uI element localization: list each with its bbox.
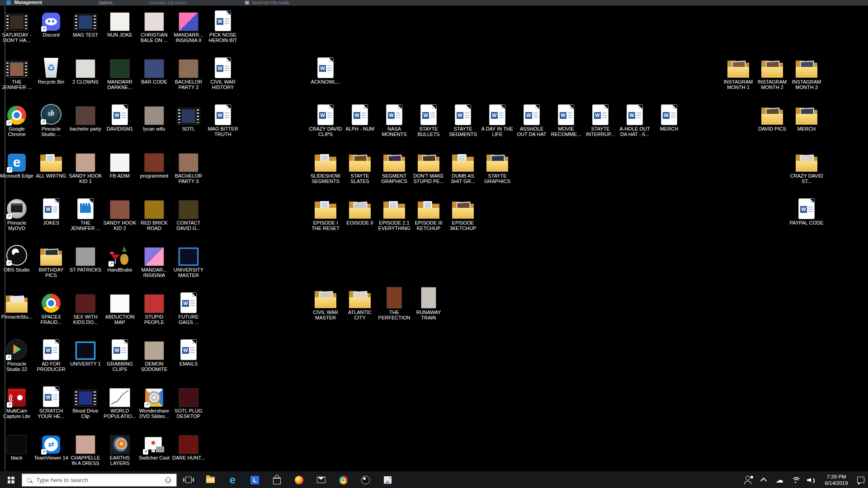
desktop-icon-saturday-don-t-ha[interactable]: SATURDAY - DON'T HA... [0, 6, 34, 43]
desktop-icon-asshole-out-da-hat[interactable]: WASSHOLE OUT DA HAT [514, 100, 549, 137]
taskbar-obs-button[interactable] [354, 471, 377, 488]
desktop-icon-teamviewer-14[interactable]: ⇄↗TeamViewer 14 [34, 429, 68, 460]
desktop-icon-ad-for-producer[interactable]: WAD FOR PRODUCER [34, 335, 68, 372]
desktop-icon-acknowl[interactable]: WACKNOWL... [308, 53, 343, 84]
taskbar-firefox-button[interactable] [288, 471, 310, 488]
taskbar-mail-button[interactable] [310, 471, 332, 488]
desktop-icon-nun-joke[interactable]: NUN JOKE [103, 6, 137, 38]
microphone-icon[interactable] [166, 477, 170, 482]
taskbar-l-app-button[interactable]: L [244, 471, 266, 488]
desktop-icon-st-patricks[interactable]: ST PATRICKS [68, 241, 103, 272]
desktop-icon-crazy-david-clips[interactable]: WCRAZY DAVID CLIPS [308, 100, 343, 137]
desktop-icon-sandy-hook-kid-1[interactable]: SANDY HOOK KID 1 [68, 147, 103, 184]
desktop-icon-chappelle-in-a-dress[interactable]: CHAPPELLE IN A DRESS [68, 429, 103, 466]
desktop-icon-civil-war-master[interactable]: CIVIL WAR MASTER [308, 284, 343, 320]
search-input[interactable] [35, 476, 163, 484]
desktop-icon-scratch-your-he[interactable]: WSCRATCH YOUR HE... [34, 382, 68, 419]
tray-network-button[interactable] [789, 474, 802, 486]
desktop-icon-stupid-people[interactable]: STUPID PEOPLE [137, 288, 171, 325]
desktop-icon-grabbing-clips[interactable]: WGRABBING CLIPS [103, 335, 137, 372]
desktop-icon-alph-num[interactable]: WALPH - NUM [343, 100, 377, 131]
desktop-icon-univerity-1[interactable]: UNIVERITY 1 [68, 335, 103, 366]
desktop-icon-obs-studio[interactable]: ↗OBS Studio [0, 241, 34, 272]
desktop-icon-handbrake[interactable]: ↗HandBrake [103, 241, 137, 272]
desktop-icon-jokes[interactable]: WJOKES [34, 194, 68, 225]
desktop-icon-mag-bitter-truth[interactable]: WMAG BITTER TRUTH [206, 100, 240, 137]
desktop-icon-paypal-code[interactable]: WPAYPAL CODE [789, 194, 824, 225]
taskbar-file-explorer-button[interactable] [199, 471, 222, 488]
desktop-icon-2-clowns[interactable]: 2 CLOWNS [68, 53, 103, 84]
desktop-icon-dumb-as-shit-gr[interactable]: DUMB AS SHIT GR... [446, 147, 480, 184]
desktop-icon-mandarr-insignia-ii[interactable]: MANDARR... INSIGNIA II [171, 6, 206, 43]
desktop-icon-christian-bale-on[interactable]: CHRISTIAN BALE ON ... [137, 6, 171, 43]
desktop-icon-mandar-insignia[interactable]: MANDAR... INSIGNIA [137, 241, 171, 278]
desktop-icon-stayte-slates[interactable]: STAYTE SLATES [343, 147, 377, 184]
taskbar-photos-button[interactable] [377, 471, 399, 488]
desktop-icon-slideshow-segments[interactable]: SLIDESHOW SEGMENTS [308, 147, 343, 184]
tray-volume-button[interactable] [805, 474, 817, 486]
desktop-icon-multicam-capture-lite[interactable]: ↗MultiCam Capture Lite [0, 382, 34, 419]
desktop-icon-contact-david-g[interactable]: CONTACT DAVID G... [171, 194, 206, 231]
start-button[interactable] [0, 471, 22, 488]
taskbar-clock[interactable]: 7:29 PM 6/14/2019 [819, 474, 854, 486]
desktop-icon-atlantic-city[interactable]: ATLANTIC CITY [343, 284, 377, 320]
desktop-icon-a-day-in-the-life[interactable]: WA DAY IN THE LIFE [480, 100, 514, 137]
desktop-icon-instagram-month-3[interactable]: INSTAGRAM MONTH 3 [789, 53, 824, 90]
taskbar-task-view-button[interactable] [177, 471, 199, 488]
desktop-icon-mag-test[interactable]: MAG TEST [68, 6, 103, 38]
desktop-icon-episode-iii-ketchup[interactable]: EPISODE III KETCHUP [411, 194, 446, 231]
desktop-icon-crazy-david-st[interactable]: CRAZY DAVID ST... [789, 147, 824, 184]
desktop-icon-episode-3ketchup[interactable]: EPISODE 3KETCHUP [446, 194, 480, 231]
desktop-icon-emails[interactable]: WEMAILS [171, 335, 206, 366]
desktop-icon-all-writng[interactable]: ALL WRITNG [34, 147, 68, 178]
desktop-icon-a-hole-out-da-hat-6[interactable]: WA-HOLE OUT DA HAT - 6... [618, 100, 652, 137]
taskbar-edge-button[interactable]: e [222, 471, 244, 488]
desktop-icon-episode-i-the-reset[interactable]: EPISODE I THE RESET [308, 194, 343, 231]
desktop-icon-wondershare-dvd-slides[interactable]: ↗Wondershare DVD Slides... [137, 382, 171, 419]
desktop-icon-bachelor-party-3[interactable]: BACHELOR PARTY 3 [171, 147, 206, 184]
desktop-icon-don-t-make-stupid-pe[interactable]: DON'T MAKE STUPID PE... [411, 147, 446, 184]
tray-people-button[interactable] [741, 474, 754, 486]
desktop-icon-davidism1[interactable]: WDAVIDISM1 [103, 100, 137, 131]
desktop-icon-google-chrome[interactable]: ↗Google Chrome [0, 100, 34, 137]
desktop-icon-merch[interactable]: WMERCH [652, 100, 686, 131]
desktop-icon-sotl-plug-desktop[interactable]: SOTL PLUG DESKTOP [171, 382, 206, 419]
desktop-icon-world-populatio[interactable]: WORLD POPULATIO... [103, 382, 137, 419]
desktop-icon-university-master[interactable]: UNIVERSITY MASTER [171, 241, 206, 278]
desktop-icon-runaway-train[interactable]: RUNAWAY TRAIN [411, 284, 446, 320]
desktop-icon-earths-layers[interactable]: EARTHS LAYERS [103, 429, 137, 466]
desktop-icon-pinnacle-studio-22[interactable]: ↗Pinnacle Studio 22 [0, 335, 34, 372]
desktop-icon-sex-with-kids-do[interactable]: SEX WITH KIDS DO... [68, 288, 103, 325]
desktop-icon-episode-2-1-everything[interactable]: EPISODE 2.1 EVERYTHING [377, 194, 411, 231]
desktop-icon-microsoft-edge[interactable]: e↗Microsoft Edge [0, 147, 34, 178]
desktop-icon-movie-recomme[interactable]: WMOVIE RECOMME... [549, 100, 583, 137]
desktop-icon-stayte-graphics[interactable]: STAYTE GRAPHICS [480, 147, 514, 184]
desktop-icon-programmed[interactable]: programmed [137, 147, 171, 178]
desktop-icon-discord[interactable]: ↗Discord [34, 6, 68, 38]
desktop-icon-bachelor-party-2[interactable]: BACHELOR PARTY 2 [171, 53, 206, 90]
desktop-icon-blood-drive-clip[interactable]: Blood Drive Clip [68, 382, 103, 419]
desktop-icon-bachelor-party[interactable]: bachelor party [68, 100, 103, 131]
desktop-icon-pinnacle-studio[interactable]: sb↗Pinnacle Studio ... [34, 100, 68, 137]
action-center-button[interactable] [854, 471, 868, 488]
desktop-icon-instagram-month-2[interactable]: INSTAGRAM MONTH 2 [755, 53, 789, 90]
desktop-icon-stayte-interrup[interactable]: WSTAYTE INTERRUP... [583, 100, 618, 137]
desktop-icon-fb-adim[interactable]: FB ADIM [103, 147, 137, 178]
desktop-icon-sandy-hook-kid-2[interactable]: SANDY HOOK KID 2 [103, 194, 137, 231]
desktop-icon-the-jennifer[interactable]: THE JENNIFER ... [0, 53, 34, 90]
desktop-icon-segment-graphics[interactable]: SEGMENT GRAPHICS [377, 147, 411, 184]
desktop-icon-bar-code[interactable]: BAR CODE [137, 53, 171, 84]
desktop-icon-demon-sodomite[interactable]: DEMON SODOMITE [137, 335, 171, 372]
desktop-icon-birthday-pics[interactable]: BIRTHDAY PICS [34, 241, 68, 278]
desktop-icon-stayte-segments[interactable]: WSTAYTE SEGMENTS [446, 100, 480, 137]
desktop-icon-the-perfection[interactable]: THE PERFECTION [377, 284, 411, 320]
desktop-icon-mandarr-darkne[interactable]: MANDARR DARKNE... [103, 53, 137, 90]
desktop-icon-stayte-bullets[interactable]: WSTAYTE BULLETS [411, 100, 446, 137]
tray-chevron-button[interactable] [757, 474, 770, 486]
desktop-icon-sotl[interactable]: SOTL [171, 100, 206, 131]
desktop-icon-pinnacle-mydvd[interactable]: ↗Pinnacle MyDVD [0, 194, 34, 231]
desktop-icon-abduction-map[interactable]: ABDUCTION MAP [103, 288, 137, 325]
desktop-icon-david-pics[interactable]: DAVID PICS [755, 100, 789, 131]
desktop-icon-nasa-monents[interactable]: WNASA MONENTS [377, 100, 411, 137]
desktop-icon-lycan-wtfu[interactable]: lycan wtfu [137, 100, 171, 131]
